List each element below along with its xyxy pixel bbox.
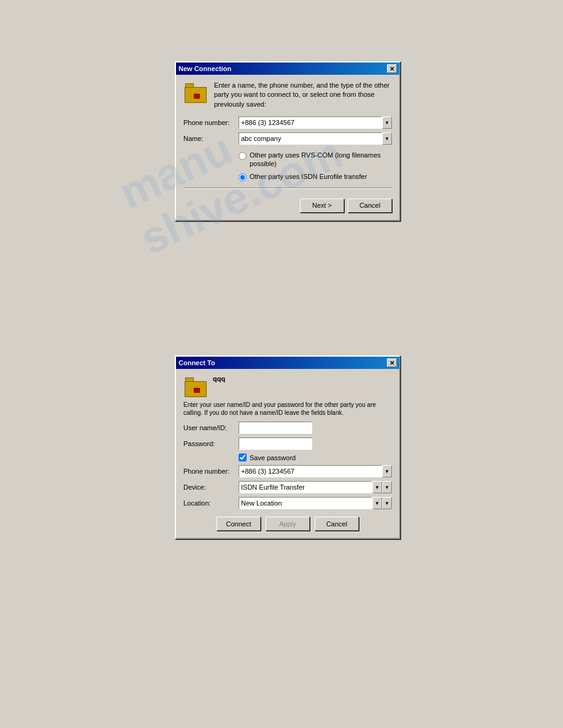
connect-phone-input-group: ▼ [239,465,392,477]
connect-phone-button[interactable]: ▼ [382,465,392,477]
save-password-checkbox[interactable] [239,453,247,461]
phone-number-input[interactable] [239,116,382,129]
password-row: Password: [183,438,392,450]
connect-phone-row: Phone number: ▼ [183,465,392,477]
new-connection-title: New Connection [178,65,231,72]
connect-phone-label: Phone number: [183,468,239,475]
connect-connection-name: qqq [213,375,225,382]
dialog1-separator [183,188,392,189]
radio-isdn-eurofile[interactable] [239,173,247,181]
save-password-row: Save password [239,453,392,461]
phone-number-button[interactable]: ▼ [382,116,392,129]
new-connection-description: Enter a name, the phone number, and the … [214,81,392,109]
name-row: Name: ▼ [183,132,392,145]
radio-isdn-row: Other party uses ISDN Eurofile transfer [239,172,392,181]
connect-button-row: Connect Apply Cancel [183,513,392,532]
name-input[interactable] [239,132,382,145]
radio-isdn-eurofile-label: Other party uses ISDN Eurofile transfer [250,172,367,181]
name-label: Name: [183,135,239,142]
location-dropdown-button[interactable]: ▼ [372,497,382,509]
connect-folder-icon [183,375,208,397]
radio-rvs-row: Other party uses RVS-COM (long filenames… [239,151,392,169]
phone-number-label: Phone number: [183,119,239,126]
device-input-group: ▼ ▼ [239,481,392,493]
location-input[interactable] [239,497,372,509]
connect-to-close-button[interactable]: ✕ [387,358,397,367]
username-row: User name/ID: [183,422,392,434]
new-connection-icon-area: Enter a name, the phone number, and the … [183,81,392,109]
new-connection-close-button[interactable]: ✕ [387,64,397,73]
password-label: Password: [183,440,239,447]
dialog1-cancel-button[interactable]: Cancel [348,199,392,213]
connect-description: Enter your user name/ID and your passwor… [183,401,392,417]
password-input[interactable] [239,438,312,450]
next-button[interactable]: Next > [300,199,344,213]
location-extra-button[interactable]: ▼ [382,497,392,509]
radio-rvs-com[interactable] [239,152,247,160]
device-dropdown-button[interactable]: ▼ [372,481,382,493]
connect-to-titlebar: Connect To ✕ [176,357,399,369]
username-label: User name/ID: [183,424,239,431]
location-label: Location: [183,499,239,507]
save-password-label: Save password [250,454,296,461]
radio-group: Other party uses RVS-COM (long filenames… [239,151,392,181]
location-row: Location: ▼ ▼ [183,497,392,509]
connect-icon-area: qqq [183,375,392,397]
connect-button[interactable]: Connect [216,517,261,531]
dialog1-button-row: Next > Cancel [183,195,392,214]
connect-to-title: Connect To [178,359,215,366]
device-extra-button[interactable]: ▼ [382,481,392,493]
name-dropdown-button[interactable]: ▼ [382,132,392,145]
apply-button[interactable]: Apply [266,517,310,531]
new-connection-dialog: New Connection ✕ Enter a name, the phone… [175,61,400,221]
username-input[interactable] [239,422,312,434]
phone-number-input-group: ▼ [239,116,392,129]
device-label: Device: [183,483,239,491]
name-input-group: ▼ [239,132,392,145]
device-input[interactable] [239,481,372,493]
radio-rvs-com-label: Other party uses RVS-COM (long filenames… [250,151,392,169]
folder-icon [183,81,208,103]
connect-phone-input[interactable] [239,465,382,477]
device-row: Device: ▼ ▼ [183,481,392,493]
connect-to-dialog: Connect To ✕ qqq Enter your user name/ID… [175,355,400,539]
phone-number-row: Phone number: ▼ [183,116,392,129]
location-input-group: ▼ ▼ [239,497,392,509]
new-connection-titlebar: New Connection ✕ [176,63,399,75]
connect-cancel-button[interactable]: Cancel [315,517,359,531]
